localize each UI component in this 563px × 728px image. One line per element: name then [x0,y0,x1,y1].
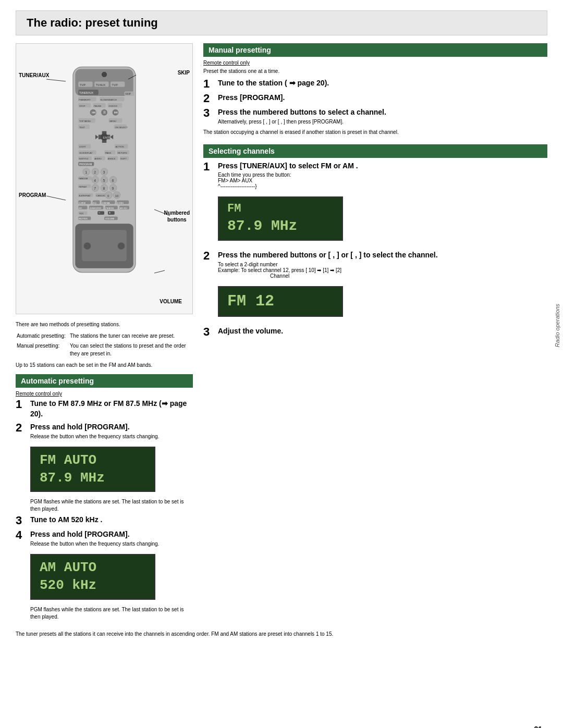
svg-text:LIGHT: LIGHT [79,145,86,148]
auto-preset-desc: The stations the tuner can receive are p… [70,331,192,340]
auto-preset-label: Automatic presetting: [17,331,69,340]
svg-text:TV/P: TV/P [80,83,86,87]
svg-text:P.MEMORY: P.MEMORY [79,98,91,101]
auto-step-2: 2 Press and hold [PROGRAM]. Release the … [16,422,193,439]
svg-text:8: 8 [103,187,105,190]
svg-text:SUBWOOFER: SUBWOOFER [90,207,102,209]
manual-step1-text: Tune to the station ( ➡ page 20). [218,78,329,89]
channel-note: The station occupying a channel is erase… [203,129,547,136]
select-step-3: 3 Adjust the volume. [203,326,547,338]
auto-step2-text: Press and hold [PROGRAM]. [30,422,159,433]
svg-text:+: + [109,211,111,215]
preset-info: There are two methods of presetting stat… [16,320,193,369]
manual-presetting-section: Manual presetting Remote control only Pr… [203,43,547,136]
step-num-4: 4 [16,529,27,541]
svg-text:MIX 2CH: MIX 2CH [120,207,127,209]
svg-text:PAGE: PAGE [105,152,112,154]
select-step1-sub: Each time you press the button:FM> AM> A… [218,172,358,189]
lcd-am-line2: 520 kHz [40,577,146,595]
svg-text:CANCEL: CANCEL [96,194,106,197]
svg-text:TV/P: TV/P [112,83,118,87]
select-step-1: 1 Press [TUNER/AUX] to select FM or AM .… [203,161,547,190]
manual-step-num-1: 1 [203,78,215,90]
svg-point-122 [84,242,91,250]
svg-text:SLOW/SEARCH: SLOW/SEARCH [100,98,117,101]
lcd-fm-line2: 87.9 MHz [40,470,146,487]
svg-text:MUTING: MUTING [79,217,88,220]
radio-operations-label: Radio operations [554,304,560,347]
manual-step-num-2: 2 [203,93,215,104]
lcd-am-auto-container: AM AUTO 520 kHz PGM flashes while the st… [30,550,193,621]
manual-step2-text: Press [PROGRAM]. [218,93,285,103]
left-column: TUNER/AUX SKIP PROGRAM Numberedbuttons V… [16,43,193,623]
pgm-note1: PGM flashes while the stations are set. … [30,498,193,513]
manual-step3-sub: Alternatively, press [ , ] or [ , ] then… [218,119,386,125]
remote-svg: TV/P TV/AUX TV/P SKIP TUNER/AUX P.MEMORY… [42,46,167,302]
numbered-label: Numberedbuttons [164,209,190,223]
svg-text:ON SELECT: ON SELECT [115,126,128,129]
svg-text:VOLUME: VOLUME [105,217,115,220]
selecting-header: Selecting channels [203,144,547,158]
svg-text:EQ: EQ [93,202,97,204]
selecting-channels-section: Selecting channels 1 Press [TUNER/AUX] t… [203,144,547,338]
svg-text:AUDIO: AUDIO [94,157,102,160]
select-step-num-2: 2 [203,250,215,262]
auto-step-1: 1 Tune to FM 87.9 MHz or FM 87.5 MHz (➡ … [16,399,193,419]
svg-text:MENU: MENU [109,120,116,122]
svg-text:2: 2 [94,170,96,174]
auto-step-4: 4 Press and hold [PROGRAM]. Release the … [16,529,193,547]
select-step3-text: Adjust the volume. [218,326,283,337]
preset-intro: There are two methods of presetting stat… [16,320,193,328]
manual-step-3: 3 Press the numbered buttons to select a… [203,107,547,125]
lcd-am-auto: AM AUTO 520 kHz [30,554,155,600]
manual-step-2: 2 Press [PROGRAM]. [203,93,547,104]
svg-text:⏭: ⏭ [114,110,118,115]
svg-text:6: 6 [112,179,114,182]
lcd-fm-auto: FM AUTO 87.9 MHz [30,447,155,492]
svg-text:⏮: ⏮ [92,110,96,115]
manual-step-1: 1 Tune to the station ( ➡ page 20). [203,78,547,90]
bands-note: Up to 15 stations can each be set in the… [16,361,193,369]
svg-text:STOP: STOP [79,105,85,107]
svg-text:TOP MENU: TOP MENU [79,120,91,122]
svg-point-2 [102,72,107,77]
select-step-2: 2 Press the numbered buttons or [ , ] or… [203,250,547,279]
svg-point-123 [118,242,125,250]
manual-step3-text: Press the numbered buttons to select a c… [218,107,386,118]
svg-text:S-SRND: S-SRND [79,202,86,204]
svg-text:CINEMA: CINEMA [102,202,110,204]
lcd-fm-row2: 87.9 MHz [227,217,334,236]
right-column: Manual presetting Remote control only Pr… [203,43,547,623]
svg-text:SUBTITLE: SUBTITLE [79,158,89,160]
select-step2-sub: To select a 2-digit numberExample: To se… [218,262,438,279]
select-step-num-3: 3 [203,326,215,338]
svg-text:DVD/CD: DVD/CD [109,105,117,107]
svg-text:10: 10 [115,194,119,198]
select-step-num-1: 1 [203,161,215,172]
pgm-note2: PGM flashes while the stations are set. … [30,606,193,621]
lcd-fm-container: FM 87.9 MHz [218,192,547,245]
lcd-fm-auto-container: FM AUTO 87.9 MHz PGM flashes while the s… [30,442,193,513]
lcd-ch12-row: FM 12 [227,291,334,312]
step-num-1: 1 [16,399,27,410]
svg-text:DDI: DDI [79,207,82,209]
manual-step-num-3: 3 [203,107,215,119]
manual-preset-label: Manual presetting: [17,341,69,358]
svg-text:TEST: TEST [79,126,85,129]
auto-step-3: 3 Tune to AM 520 kHz . [16,515,193,526]
auto-step3-text: Tune to AM 520 kHz . [30,515,102,525]
auto-step4-sub: Release the button when the frequency st… [30,541,159,547]
page: The radio: preset tuning TUNER/AUX SKIP … [0,10,563,728]
preset-table: Automatic presetting: The stations the t… [16,330,193,359]
lcd-fm: FM 87.9 MHz [218,196,343,241]
svg-text:RANDOM: RANDOM [79,178,88,180]
manual-preset-desc: You can select the stations to preset an… [70,341,192,358]
svg-text:4: 4 [94,179,96,182]
lcd-fm-line1: FM AUTO [40,452,146,470]
remote-illustration: TUNER/AUX SKIP PROGRAM Numberedbuttons V… [16,43,193,314]
svg-text:7: 7 [94,187,96,190]
auto-step2-sub: Release the button when the frequency st… [30,434,159,439]
step-num-2: 2 [16,422,27,434]
svg-text:PAUSE: PAUSE [94,105,101,107]
svg-text:FM MODE: FM MODE [106,207,115,209]
